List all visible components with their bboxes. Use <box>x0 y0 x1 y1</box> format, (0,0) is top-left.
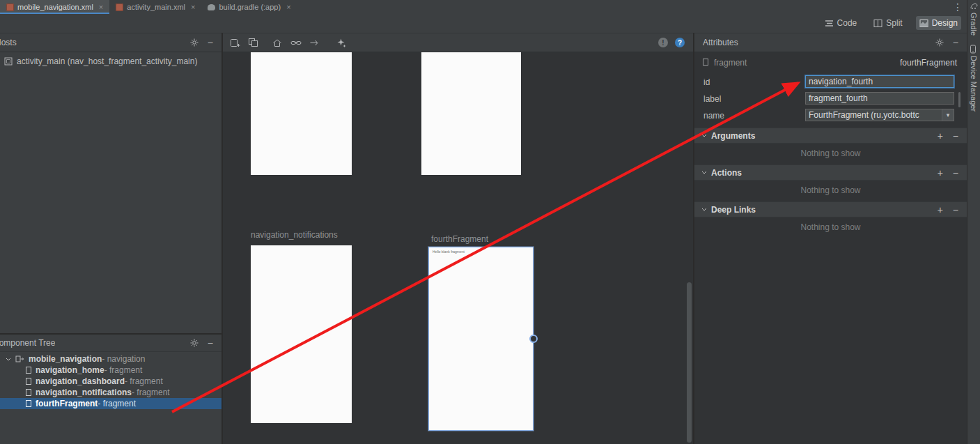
section-label: Arguments <box>711 131 755 141</box>
tree-row-fourth-fragment[interactable]: fourthFragment - fragment <box>0 398 221 409</box>
new-destination-icon[interactable] <box>230 38 240 48</box>
tree-item-suffix: - fragment <box>132 388 170 397</box>
attributes-scrollbar[interactable] <box>958 92 960 107</box>
hide-panel-icon[interactable]: − <box>208 39 213 46</box>
fragment-label-notifications[interactable]: navigation_notifications <box>251 230 338 240</box>
add-argument-icon[interactable]: + <box>938 130 943 141</box>
nested-graph-icon[interactable] <box>248 38 258 47</box>
split-icon <box>873 19 882 28</box>
chevron-down-icon <box>701 171 707 174</box>
navigation-design-canvas[interactable]: navigation_notifications fourthFragment … <box>223 52 693 444</box>
android-studio-window: mobile_navigation.xml × activity_main.xm… <box>0 0 980 444</box>
tree-row-navigation-dashboard[interactable]: navigation_dashboard - fragment <box>0 376 221 387</box>
device-manager-tool-window-button[interactable]: Device Manager <box>970 56 978 112</box>
deep-link-icon[interactable] <box>290 38 302 48</box>
design-view-label: Design <box>932 18 958 28</box>
code-view-label: Code <box>837 18 857 28</box>
remove-deep-link-icon[interactable]: − <box>953 204 958 215</box>
auto-arrange-icon[interactable] <box>336 38 346 48</box>
tab-label: activity_main.xml <box>127 3 185 11</box>
tree-item-suffix: - fragment <box>98 399 136 408</box>
design-view-button[interactable]: Design <box>916 16 961 30</box>
label-field-input[interactable] <box>805 92 954 105</box>
warnings-icon[interactable]: ! <box>658 38 668 47</box>
gear-icon[interactable] <box>190 38 199 47</box>
right-tool-stripe: Gradle Device Manager <box>967 0 980 444</box>
section-label: Deep Links <box>711 205 756 215</box>
chevron-down-icon[interactable]: ▾ <box>942 109 954 121</box>
help-icon[interactable]: ? <box>675 38 685 47</box>
gear-icon[interactable] <box>935 38 944 47</box>
hosts-panel: activity_main (nav_host_fragment_activit… <box>0 52 221 333</box>
remove-argument-icon[interactable]: − <box>953 130 958 141</box>
fragment-icon <box>25 366 32 374</box>
fragment-preview-fourth-selected[interactable] <box>428 247 534 431</box>
section-actions[interactable]: Actions + − <box>694 164 967 181</box>
tab-label: build.gradle (:app) <box>219 3 281 11</box>
editor-tabbar: mobile_navigation.xml × activity_main.xm… <box>0 0 967 14</box>
code-view-button[interactable]: Code <box>821 16 861 30</box>
fragment-icon <box>702 58 709 66</box>
hide-panel-icon[interactable]: − <box>208 339 213 346</box>
tree-item-name: mobile_navigation <box>29 354 102 364</box>
action-handle[interactable] <box>529 335 538 343</box>
component-tree-title: Component Tree <box>0 338 55 348</box>
gradle-tool-window-button[interactable]: Gradle <box>970 13 978 36</box>
tree-row-navigation-home[interactable]: navigation_home - fragment <box>0 365 221 376</box>
remove-action-icon[interactable]: − <box>953 167 958 178</box>
host-item-activity-main[interactable]: activity_main (nav_host_fragment_activit… <box>4 56 197 66</box>
attributes-panel: fragment fourthFragment id label name Fo… <box>694 52 967 444</box>
tree-item-suffix: - fragment <box>104 365 143 375</box>
device-manager-icon[interactable] <box>970 45 977 54</box>
hide-panel-icon[interactable]: − <box>953 39 958 46</box>
xml-file-icon <box>116 3 123 11</box>
section-label: Actions <box>711 168 742 178</box>
tree-item-suffix: - navigation <box>102 354 145 364</box>
id-field-label: id <box>703 77 710 87</box>
fragment-preview-home[interactable] <box>251 52 352 175</box>
close-icon[interactable]: × <box>191 3 195 11</box>
canvas-scrollbar[interactable] <box>687 282 692 443</box>
gradle-file-icon <box>208 4 215 10</box>
section-deep-links[interactable]: Deep Links + − <box>694 201 967 217</box>
attributes-panel-header: Attributes − <box>694 33 967 52</box>
split-view-button[interactable]: Split <box>870 16 905 30</box>
code-icon <box>825 19 834 28</box>
name-field-dropdown[interactable]: FourthFragment (ru.yotc.bottc ▾ <box>805 109 954 121</box>
tree-row-navigation-notifications[interactable]: navigation_notifications - fragment <box>0 387 221 398</box>
canvas-toolbar: ! ? <box>223 33 693 52</box>
host-item-label: activity_main (nav_host_fragment_activit… <box>17 56 197 66</box>
section-arguments[interactable]: Arguments + − <box>694 128 967 144</box>
gradle-icon[interactable] <box>970 3 978 10</box>
fragment-preview-text: Hello blank fragment <box>433 250 465 254</box>
action-arrow-icon[interactable] <box>309 38 320 48</box>
chevron-down-icon <box>701 134 707 137</box>
close-icon[interactable]: × <box>286 3 290 11</box>
hosts-panel-title: Hosts <box>0 38 17 47</box>
hosts-panel-header: Hosts − <box>0 33 221 52</box>
fragment-label-fourth[interactable]: fourthFragment <box>431 234 488 244</box>
view-switcher: Code Split Design <box>821 16 961 30</box>
design-icon <box>919 19 928 28</box>
fragment-preview-notifications[interactable] <box>251 245 352 423</box>
label-field-label: label <box>703 94 721 104</box>
chevron-down-icon[interactable] <box>6 358 11 361</box>
fragment-preview-dashboard[interactable] <box>421 52 521 175</box>
tree-row-mobile-navigation[interactable]: mobile_navigation - navigation <box>0 353 221 365</box>
fragment-icon <box>25 399 32 408</box>
tab-activity-main-xml[interactable]: activity_main.xml × <box>109 0 201 14</box>
deep-links-empty-text: Nothing to show <box>694 222 967 232</box>
tab-mobile-navigation-xml[interactable]: mobile_navigation.xml × <box>0 0 109 14</box>
close-icon[interactable]: × <box>99 3 103 11</box>
split-view-label: Split <box>886 18 902 28</box>
add-deep-link-icon[interactable]: + <box>938 204 943 215</box>
component-name-value: fourthFragment <box>900 58 957 68</box>
gear-icon[interactable] <box>190 339 199 347</box>
id-field-input[interactable] <box>805 75 954 88</box>
add-action-icon[interactable]: + <box>938 167 943 178</box>
more-tabs-icon[interactable]: ⋮ <box>953 1 963 13</box>
fragment-icon <box>25 377 32 385</box>
tab-build-gradle[interactable]: build.gradle (:app) × <box>201 0 297 14</box>
component-tree-header: Component Tree − <box>0 335 221 352</box>
home-icon[interactable] <box>272 38 283 48</box>
